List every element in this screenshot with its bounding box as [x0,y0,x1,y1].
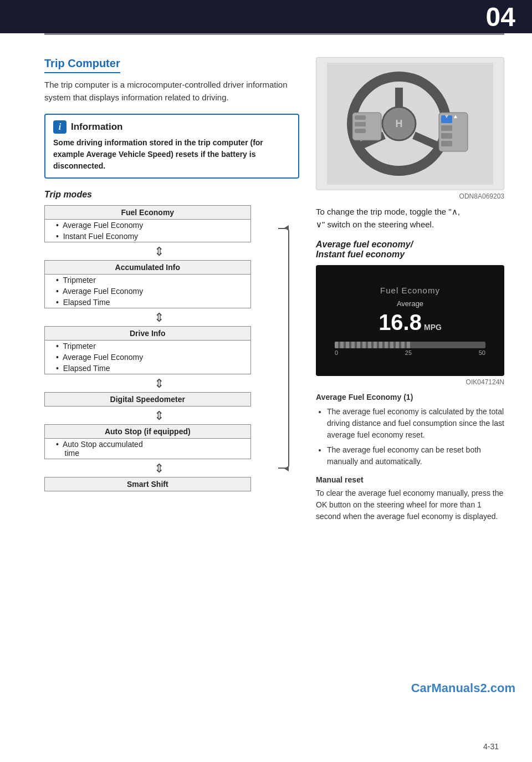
digital-speedometer-table: Digital Speedometer [44,392,251,407]
arrow-1: ⇕ [44,243,274,260]
page-number: 4-31 [483,742,499,751]
steering-wheel-image: H ▲ ▼ [316,57,504,190]
accumulated-info-item-3-text: • Elapsed Time [45,297,251,308]
fuel-display-value: 16.8 MPG [378,310,442,335]
fuel-economy-header: Fuel Economy [45,206,251,220]
fuel-bar-label-50: 50 [479,349,485,356]
left-column: Trip Computer The trip computer is a mic… [44,57,299,522]
trip-modes-title: Trip modes [44,190,299,200]
watermark: CarManuals2.com [411,681,515,695]
drive-info-item-1: • Tripmeter [45,341,251,352]
avg-fuel-bullet-2: The average fuel economy can be reset bo… [327,444,504,468]
auto-stop-item-1-text: • Auto Stop accumulated time [45,439,251,459]
svg-rect-13 [441,125,452,131]
avg-fuel-bullet-1: The average fuel economy is calculated b… [327,406,504,441]
arrow-5: ⇕ [44,460,274,477]
fuel-value-number: 16.8 [378,310,422,335]
fuel-img-caption: OIK047124N [316,378,504,386]
accumulated-info-item-2-text: • Average Fuel Economy [45,286,251,297]
fuel-economy-item-1: • Average Fuel Economy [45,220,251,231]
content-area: Trip Computer The trip computer is a mic… [0,35,532,539]
info-box-title: Information [71,121,123,133]
auto-stop-label: Auto Stop (if equipped) [45,425,251,439]
auto-stop-header: Auto Stop (if equipped) [45,425,251,439]
drive-info-table: Drive Info • Tripmeter • Average Fuel Ec… [44,326,251,374]
accumulated-info-header: Accumulated Info [45,261,251,275]
steering-wheel-svg: H ▲ ▼ [327,63,493,185]
fuel-economy-item-2: • Instant Fuel Economy [45,231,251,242]
fuel-economy-label: Fuel Economy [45,206,251,220]
fuel-bar-track [335,342,485,348]
drive-info-item-2: • Average Fuel Economy [45,352,251,363]
accumulated-info-item-1: • Tripmeter [45,275,251,286]
fuel-display-image: Fuel Economy Average 16.8 MPG 0 25 50 [316,265,504,376]
arrow-3: ⇕ [44,375,274,392]
avg-fuel-title: Average fuel economy/Instant fuel econom… [316,240,504,260]
drive-info-item-3-text: • Elapsed Time [45,363,251,374]
arrow-2: ⇕ [44,309,274,326]
fuel-economy-item-1-text: • Average Fuel Economy [45,220,251,231]
manual-reset-text: To clear the average fuel economy manual… [316,487,504,522]
drive-info-item-3: • Elapsed Time [45,363,251,374]
right-column: H ▲ ▼ ODN8A069203 [316,57,504,522]
avg-fuel-subtitle: Average Fuel Economy (1) [316,393,504,402]
info-box-text: Some driving information stored in the t… [53,137,290,172]
fuel-display-unit: MPG [424,323,442,332]
digital-speedometer-header: Digital Speedometer [45,393,251,407]
fuel-bar-labels: 0 25 50 [335,349,485,356]
fuel-bar-fill [335,342,410,348]
svg-rect-14 [441,133,452,139]
drive-info-label: Drive Info [45,327,251,341]
svg-text:H: H [396,118,403,129]
change-trip-text: To change the trip mode, toggle the "∧,∨… [316,206,504,231]
loop-arrow-top [284,225,289,231]
svg-rect-10 [355,129,366,133]
loop-arrow-bottom [284,466,289,471]
auto-stop-item-1: • Auto Stop accumulated time [45,439,251,459]
intro-text: The trip computer is a microcomputer-con… [44,79,299,104]
fuel-bar-container: 0 25 50 [335,342,485,356]
arrow-4: ⇕ [44,408,274,424]
info-box: i Information Some driving information s… [44,114,299,179]
smart-shift-label: Smart Shift [45,477,251,491]
fuel-display-title: Fuel Economy [380,286,440,295]
avg-fuel-bullets: The average fuel economy is calculated b… [316,406,504,468]
accumulated-info-item-1-text: • Tripmeter [45,275,251,286]
smart-shift-table: Smart Shift [44,477,251,491]
svg-rect-8 [355,115,366,120]
loop-indicator [278,228,289,468]
accumulated-info-table: Accumulated Info • Tripmeter • Average F… [44,260,251,308]
top-bar: 04 [0,0,532,33]
fuel-display-label: Average [397,299,423,308]
fuel-bar-label-0: 0 [335,349,338,356]
fuel-economy-item-2-text: • Instant Fuel Economy [45,231,251,242]
digital-speedometer-label: Digital Speedometer [45,393,251,407]
trip-modes-outer: Fuel Economy • Average Fuel Economy • In… [44,205,274,491]
manual-reset-title: Manual reset [316,475,504,484]
info-icon: i [53,120,66,134]
svg-rect-15 [441,141,452,146]
smart-shift-header: Smart Shift [45,477,251,491]
steering-img-caption: ODN8A069203 [316,192,504,200]
fuel-economy-table: Fuel Economy • Average Fuel Economy • In… [44,205,251,242]
svg-text:▲: ▲ [453,113,458,119]
accumulated-info-item-2: • Average Fuel Economy [45,286,251,297]
drive-info-item-1-text: • Tripmeter [45,341,251,352]
drive-info-item-2-text: • Average Fuel Economy [45,352,251,363]
info-box-header: i Information [53,120,290,134]
fuel-bar-label-25: 25 [405,349,412,356]
accumulated-info-item-3: • Elapsed Time [45,297,251,308]
section-title: Trip Computer [44,57,120,73]
svg-text:▼: ▼ [444,113,449,119]
drive-info-header: Drive Info [45,327,251,341]
auto-stop-table: Auto Stop (if equipped) • Auto Stop accu… [44,424,251,459]
chapter-number: 04 [469,0,532,33]
accumulated-info-label: Accumulated Info [45,261,251,275]
svg-rect-9 [355,122,366,126]
